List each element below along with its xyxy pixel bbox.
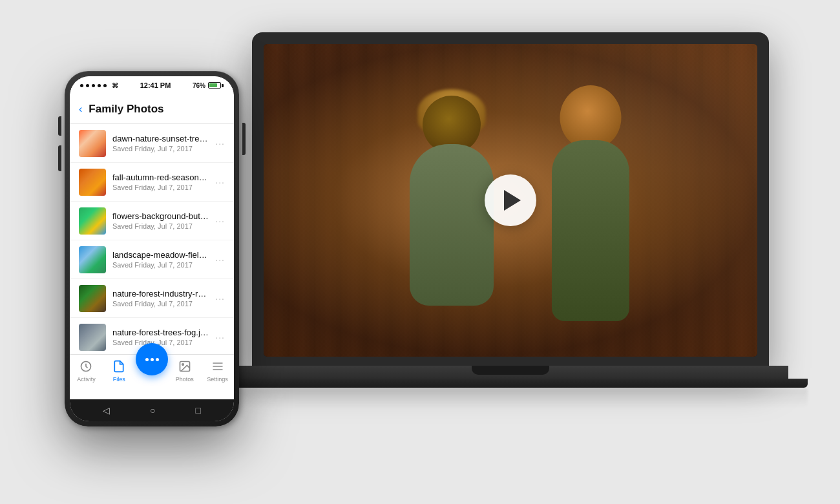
file-info: nature-forest-industry-rails.j... Saved … — [112, 289, 209, 308]
list-item[interactable]: nature-forest-industry-rails.j... Saved … — [70, 279, 234, 318]
laptop-reflection — [213, 389, 808, 408]
svg-point-2 — [182, 364, 184, 366]
actions-fab-button[interactable] — [136, 343, 168, 375]
phone-vol-down-button — [58, 145, 61, 171]
home-nav-button[interactable]: ○ — [150, 405, 155, 415]
signal-dot — [103, 84, 107, 87]
photos-icon — [177, 359, 193, 374]
more-options-icon[interactable]: ··· — [215, 216, 225, 226]
file-thumbnail — [79, 324, 106, 351]
file-thumbnail — [79, 285, 106, 312]
battery-icon — [208, 82, 224, 89]
laptop-photo — [264, 44, 757, 357]
tab-photos[interactable]: Photos — [168, 359, 201, 383]
dot — [151, 358, 154, 361]
actions-dots-icon — [145, 358, 159, 361]
tab-photos-label: Photos — [176, 376, 194, 383]
files-icon — [111, 359, 127, 374]
back-nav-button[interactable]: ◁ — [103, 405, 110, 415]
file-date: Saved Friday, Jul 7, 2017 — [112, 222, 209, 230]
file-info: dawn-nature-sunset-trees.jpg Saved Frida… — [112, 134, 209, 152]
phone-inner: ⌘ 12:41 PM 76% — [70, 76, 234, 421]
more-options-icon[interactable]: ··· — [215, 177, 225, 187]
file-thumbnail — [79, 246, 106, 273]
phone-vol-up-button — [58, 116, 61, 136]
file-name: flowers-background-butterfl... — [112, 211, 209, 221]
file-name: fall-autumn-red-season.jpg — [112, 173, 209, 182]
tab-settings-label: Settings — [207, 376, 228, 383]
tab-activity[interactable]: Activity — [70, 359, 103, 383]
signal-dot — [86, 84, 89, 87]
recent-nav-button[interactable]: □ — [196, 405, 201, 415]
battery-fill — [209, 83, 217, 87]
signal-dot — [98, 84, 101, 87]
file-date: Saved Friday, Jul 7, 2017 — [112, 300, 209, 308]
clock: 12:41 PM — [140, 81, 171, 89]
file-info: flowers-background-butterfl... Saved Fri… — [112, 211, 209, 230]
status-bar: ⌘ 12:41 PM 76% — [70, 76, 234, 94]
list-item[interactable]: flowers-background-butterfl... Saved Fri… — [70, 202, 234, 240]
phone-power-button — [242, 123, 246, 155]
battery-percent: 76% — [193, 82, 205, 89]
more-options-icon[interactable]: ··· — [215, 293, 225, 304]
tab-files[interactable]: Files — [103, 359, 136, 383]
person-front — [532, 85, 649, 357]
phone-outer: ⌘ 12:41 PM 76% — [65, 71, 239, 426]
file-date: Saved Friday, Jul 7, 2017 — [112, 145, 209, 152]
phone: ⌘ 12:41 PM 76% — [65, 71, 239, 426]
battery-body — [208, 82, 221, 89]
laptop — [252, 32, 782, 452]
file-thumbnail — [79, 130, 106, 157]
laptop-screen — [264, 44, 757, 357]
activity-icon — [78, 359, 94, 374]
file-thumbnail — [79, 207, 106, 235]
tab-files-label: Files — [113, 376, 125, 383]
play-button[interactable] — [485, 174, 536, 226]
person-front-body — [552, 140, 629, 321]
dot — [145, 358, 149, 361]
signal-dot — [80, 84, 83, 87]
status-right: 76% — [193, 82, 224, 89]
scene: ⌘ 12:41 PM 76% — [32, 19, 808, 485]
laptop-bottom — [213, 379, 808, 388]
back-button[interactable]: ‹ — [79, 103, 82, 115]
file-date: Saved Friday, Jul 7, 2017 — [112, 184, 209, 191]
file-info: landscape-meadow-field-m... Saved Friday… — [112, 250, 209, 269]
person-back-body — [410, 144, 494, 306]
battery-tip — [222, 84, 224, 87]
file-list: dawn-nature-sunset-trees.jpg Saved Frida… — [70, 124, 234, 354]
tab-bar: Activity Files — [70, 354, 234, 399]
file-info: nature-forest-trees-fog.jpeg Saved Frida… — [112, 328, 209, 346]
signal-indicators: ⌘ — [80, 82, 118, 89]
file-info: fall-autumn-red-season.jpg Saved Friday,… — [112, 173, 209, 191]
more-options-icon[interactable]: ··· — [215, 138, 225, 149]
android-nav-bar: ◁ ○ □ — [70, 399, 234, 421]
list-item[interactable]: landscape-meadow-field-m... Saved Friday… — [70, 240, 234, 279]
file-name: dawn-nature-sunset-trees.jpg — [112, 134, 209, 143]
wifi-icon: ⌘ — [112, 82, 118, 89]
file-date: Saved Friday, Jul 7, 2017 — [112, 261, 209, 269]
list-item[interactable]: fall-autumn-red-season.jpg Saved Friday,… — [70, 163, 234, 202]
laptop-body — [252, 32, 769, 368]
file-thumbnail — [79, 169, 106, 196]
signal-dot — [92, 84, 95, 87]
file-name: landscape-meadow-field-m... — [112, 250, 209, 260]
list-item[interactable]: dawn-nature-sunset-trees.jpg Saved Frida… — [70, 124, 234, 163]
tab-activity-label: Activity — [77, 376, 96, 383]
more-options-icon[interactable]: ··· — [215, 332, 225, 342]
dot — [156, 358, 159, 361]
more-options-icon[interactable]: ··· — [215, 255, 225, 265]
laptop-notch — [472, 366, 549, 375]
settings-icon — [210, 359, 226, 374]
tab-settings[interactable]: Settings — [201, 359, 234, 383]
play-icon — [504, 190, 521, 211]
phone-screen: ⌘ 12:41 PM 76% — [70, 76, 234, 421]
file-name: nature-forest-trees-fog.jpeg — [112, 328, 209, 337]
file-name: nature-forest-industry-rails.j... — [112, 289, 209, 299]
nav-title: Family Photos — [89, 103, 163, 116]
nav-header: ‹ Family Photos — [70, 94, 234, 124]
